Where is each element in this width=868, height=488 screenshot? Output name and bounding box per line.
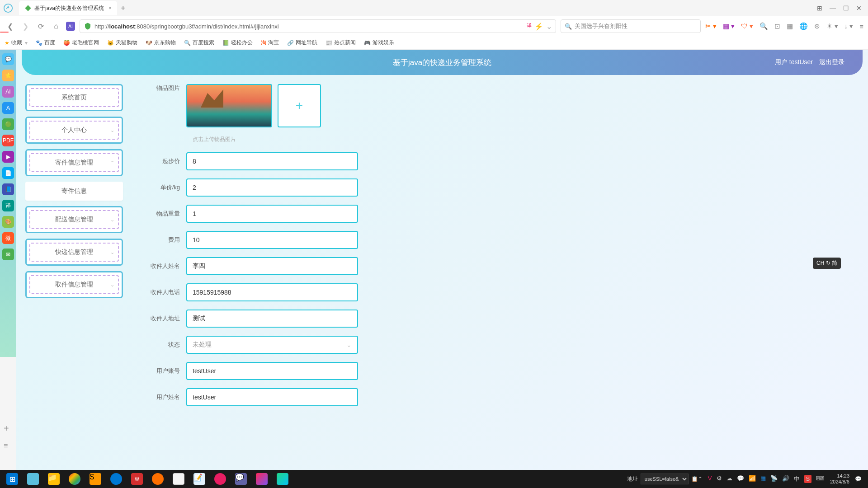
dock-mail-icon[interactable]: ✉: [2, 249, 14, 260]
recv-name-input[interactable]: [186, 257, 358, 275]
dock-pixel-icon[interactable]: 🎨: [2, 216, 14, 228]
apps-grid-icon[interactable]: ▦: [787, 22, 793, 30]
window-minimize-icon[interactable]: —: [830, 5, 836, 12]
zoom-icon[interactable]: 🔍: [760, 22, 768, 30]
tray-wifi-icon[interactable]: 📡: [770, 475, 778, 483]
bookmark-tmall[interactable]: 🐱天猫购物: [107, 39, 137, 47]
tab-close-icon[interactable]: ×: [104, 5, 112, 11]
weight-input[interactable]: [186, 205, 358, 223]
bookmark-baidu[interactable]: 🐾百度: [36, 39, 55, 47]
nav-back-icon[interactable]: ❮: [5, 21, 15, 32]
tray-gear-icon[interactable]: ⚙: [717, 475, 722, 483]
grid-purple-icon[interactable]: ▦ ▾: [723, 22, 735, 30]
browser-tab[interactable]: 基于java的快递业务管理系统 ×: [19, 1, 117, 15]
dock-book-icon[interactable]: 📘: [2, 183, 14, 195]
url-dropdown-icon[interactable]: ⌄: [546, 22, 552, 31]
tray-cloud-icon[interactable]: ☁: [726, 475, 732, 483]
ime-indicator[interactable]: CH ↻ 简: [813, 258, 841, 269]
tray-wechat-icon[interactable]: 💬: [737, 475, 744, 483]
dock-add-icon[interactable]: +: [4, 423, 9, 434]
menu-icon[interactable]: ≡: [859, 23, 863, 30]
translate-icon[interactable]: 译: [527, 22, 532, 31]
sidebar-item-home[interactable]: 系统首页: [25, 84, 123, 111]
taskbar-addr-copy-icon[interactable]: 📋: [691, 476, 698, 482]
window-close-icon[interactable]: ✕: [856, 5, 862, 12]
search-bar[interactable]: 🔍 美国选手兴奋剂阳性: [561, 19, 701, 33]
dock-chat-icon[interactable]: 💬: [2, 53, 14, 65]
taskbar-address-select[interactable]: useSSL=false&: [641, 474, 689, 484]
bookmark-collect[interactable]: ★收藏▾: [5, 39, 28, 47]
recv-addr-input[interactable]: [186, 310, 358, 328]
user-label[interactable]: 用户 testUser: [775, 58, 813, 66]
tray-volume-icon[interactable]: 🔊: [782, 475, 789, 483]
task-orange-icon[interactable]: [148, 471, 167, 487]
login-badge[interactable]: 登录账号: [0, 32, 9, 33]
bookmark-baidusearch[interactable]: 🔍百度搜索: [184, 39, 214, 47]
task-pycharm-icon[interactable]: [273, 471, 292, 487]
tray-bluetooth-icon[interactable]: 📶: [749, 475, 756, 483]
task-chrome-icon[interactable]: [65, 471, 84, 487]
scissors-icon[interactable]: ✂ ▾: [705, 22, 717, 30]
taskbar-clock[interactable]: 14:23 2024/8/6: [830, 473, 849, 485]
dock-translate-icon[interactable]: 译: [2, 200, 14, 211]
task-wps-icon[interactable]: W: [127, 471, 146, 487]
tray-s-icon[interactable]: S: [804, 475, 812, 483]
fee-input[interactable]: [186, 231, 358, 249]
window-app-icon[interactable]: ⊞: [817, 5, 822, 12]
tray-lang-icon[interactable]: 中: [794, 475, 800, 483]
sidebar-item-personal[interactable]: 个人中心⌄: [25, 117, 123, 144]
download-icon[interactable]: ↓ ▾: [844, 22, 854, 30]
tray-keyboard-icon[interactable]: ⌨: [816, 475, 825, 483]
bookmark-qingban[interactable]: 📗轻松办公: [222, 39, 253, 47]
dock-a-icon[interactable]: A: [2, 102, 14, 114]
start-price-input[interactable]: [186, 152, 358, 170]
task-browser1-icon[interactable]: [24, 471, 42, 487]
task-idea-icon[interactable]: [252, 471, 271, 487]
dock-star-icon[interactable]: ⭐: [2, 70, 14, 81]
bookmark-jd[interactable]: 🐶京东购物: [146, 39, 176, 47]
dock-play-icon[interactable]: ▶: [2, 151, 14, 163]
start-button[interactable]: ⊞: [3, 471, 22, 487]
dock-doc-icon[interactable]: 📄: [2, 167, 14, 179]
tray-expand-icon[interactable]: ⌃: [698, 476, 703, 482]
nav-forward-icon[interactable]: ❯: [20, 21, 31, 32]
sidebar-item-delivery[interactable]: 配送信息管理⌄: [25, 206, 123, 233]
bookmark-wangzhi[interactable]: 🔗网址导航: [287, 39, 317, 47]
globe-icon[interactable]: 🌐: [799, 22, 808, 30]
dock-ai-icon[interactable]: AI: [2, 86, 14, 98]
browser-logo-icon[interactable]: [0, 0, 16, 16]
new-tab-button[interactable]: +: [121, 4, 126, 13]
window-maximize-icon[interactable]: ☐: [843, 5, 849, 12]
bookmark-taobao[interactable]: 淘淘宝: [261, 39, 279, 47]
flash-icon[interactable]: ⚡: [534, 22, 543, 31]
task-sublime-icon[interactable]: S: [86, 471, 105, 487]
sidebar-item-pickup[interactable]: 取件信息管理⌄: [25, 271, 123, 298]
task-notepad-icon[interactable]: [169, 471, 188, 487]
sidebar-item-express[interactable]: 快递信息管理⌄: [25, 239, 123, 266]
nav-home-icon[interactable]: ⌂: [51, 21, 61, 32]
bookmark-hotnews[interactable]: 📰热点新闻: [326, 39, 356, 47]
upload-button[interactable]: +: [278, 84, 321, 127]
task-notepad2-icon[interactable]: 📝: [190, 471, 209, 487]
url-bar[interactable]: http://localhost:8080/springbootgbu3f/ad…: [80, 19, 556, 33]
nav-ai-icon[interactable]: AI: [66, 22, 75, 31]
task-explorer-icon[interactable]: 📁: [44, 471, 63, 487]
nav-reload-icon[interactable]: ⟳: [35, 21, 46, 32]
logout-link[interactable]: 退出登录: [819, 58, 844, 66]
status-select[interactable]: 未处理 ⌄: [186, 336, 358, 354]
qr-icon[interactable]: ⊡: [774, 22, 780, 30]
recv-phone-input[interactable]: [186, 283, 358, 301]
sidebar-item-send[interactable]: 寄件信息管理⌃: [25, 149, 123, 176]
task-red-icon[interactable]: [211, 471, 230, 487]
username-input[interactable]: [186, 388, 358, 406]
dock-toggle-icon[interactable]: ≡: [4, 442, 8, 450]
tray-blue-icon[interactable]: ▦: [760, 475, 766, 483]
image-preview[interactable]: [186, 84, 272, 127]
account-input[interactable]: [186, 362, 358, 380]
dock-pdf-icon[interactable]: PDF: [2, 135, 14, 146]
dock-green-icon[interactable]: 🟢: [2, 118, 14, 130]
unit-price-input[interactable]: [186, 178, 358, 197]
task-edge-icon[interactable]: [107, 471, 126, 487]
bookmark-laomao[interactable]: 🍑老毛桃官网: [63, 39, 99, 47]
task-teams-icon[interactable]: 💬: [231, 471, 250, 487]
